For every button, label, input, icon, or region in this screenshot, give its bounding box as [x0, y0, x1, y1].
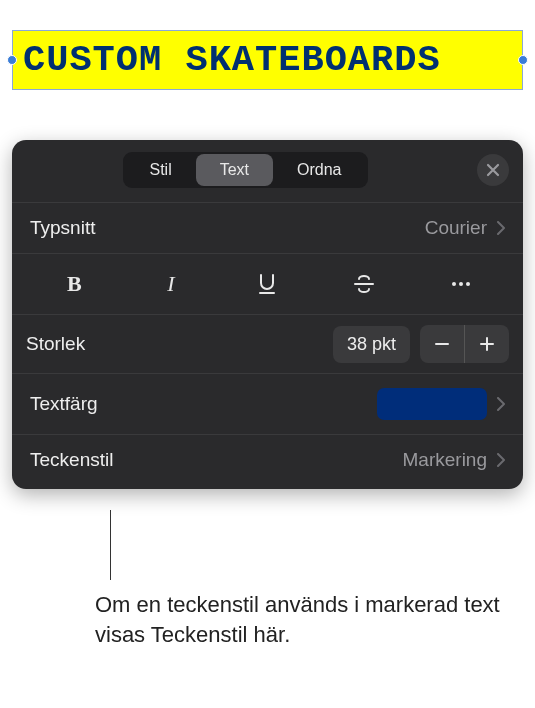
- text-color-value-container: [377, 388, 505, 420]
- size-label: Storlek: [26, 333, 323, 355]
- italic-button[interactable]: I: [143, 264, 199, 304]
- text-color-label: Textfärg: [30, 393, 98, 415]
- panel-header: Stil Text Ordna: [12, 152, 523, 202]
- text-box-content[interactable]: CUSTOM SKATEBOARDS: [23, 39, 441, 81]
- tab-style[interactable]: Stil: [125, 154, 195, 186]
- chevron-right-icon: [497, 221, 505, 235]
- tab-arrange[interactable]: Ordna: [273, 154, 365, 186]
- character-style-row[interactable]: Teckenstil Markering: [12, 434, 523, 485]
- close-icon: [486, 163, 500, 177]
- chevron-right-icon: [497, 453, 505, 467]
- svg-point-4: [466, 282, 470, 286]
- bold-button[interactable]: B: [46, 264, 102, 304]
- resize-handle-right[interactable]: [518, 55, 528, 65]
- resize-handle-left[interactable]: [7, 55, 17, 65]
- font-label: Typsnitt: [30, 217, 95, 239]
- size-increase-button[interactable]: [465, 325, 509, 363]
- font-row[interactable]: Typsnitt Courier: [12, 202, 523, 253]
- close-button[interactable]: [477, 154, 509, 186]
- callout-text: Om en teckenstil används i markerad text…: [55, 545, 530, 649]
- font-value: Courier: [425, 217, 487, 239]
- size-decrease-button[interactable]: [420, 325, 464, 363]
- font-value-container: Courier: [425, 217, 505, 239]
- plus-icon: [478, 335, 496, 353]
- format-panel: Stil Text Ordna Typsnitt Courier B I Sto…: [12, 140, 523, 489]
- size-value[interactable]: 38 pkt: [333, 326, 410, 363]
- character-style-label: Teckenstil: [30, 449, 113, 471]
- underline-button[interactable]: [239, 264, 295, 304]
- character-style-value-container: Markering: [403, 449, 505, 471]
- text-color-swatch[interactable]: [377, 388, 487, 420]
- tab-segmented-control: Stil Text Ordna: [123, 152, 367, 188]
- more-options-button[interactable]: [433, 264, 489, 304]
- text-color-row[interactable]: Textfärg: [12, 373, 523, 434]
- svg-point-2: [452, 282, 456, 286]
- callout-annotation: Om en teckenstil används i markerad text…: [55, 545, 530, 649]
- strikethrough-icon: [352, 272, 376, 296]
- svg-point-3: [459, 282, 463, 286]
- minus-icon: [433, 335, 451, 353]
- ellipsis-icon: [449, 272, 473, 296]
- selected-text-box[interactable]: CUSTOM SKATEBOARDS: [12, 30, 523, 90]
- underline-icon: [255, 272, 279, 296]
- character-style-value: Markering: [403, 449, 487, 471]
- callout-leader-line: [110, 510, 111, 580]
- text-style-row: B I: [12, 253, 523, 314]
- size-stepper: [420, 325, 509, 363]
- tab-text[interactable]: Text: [196, 154, 273, 186]
- canvas-area: CUSTOM SKATEBOARDS: [0, 0, 535, 140]
- strikethrough-button[interactable]: [336, 264, 392, 304]
- chevron-right-icon: [497, 397, 505, 411]
- size-row: Storlek 38 pkt: [12, 314, 523, 373]
